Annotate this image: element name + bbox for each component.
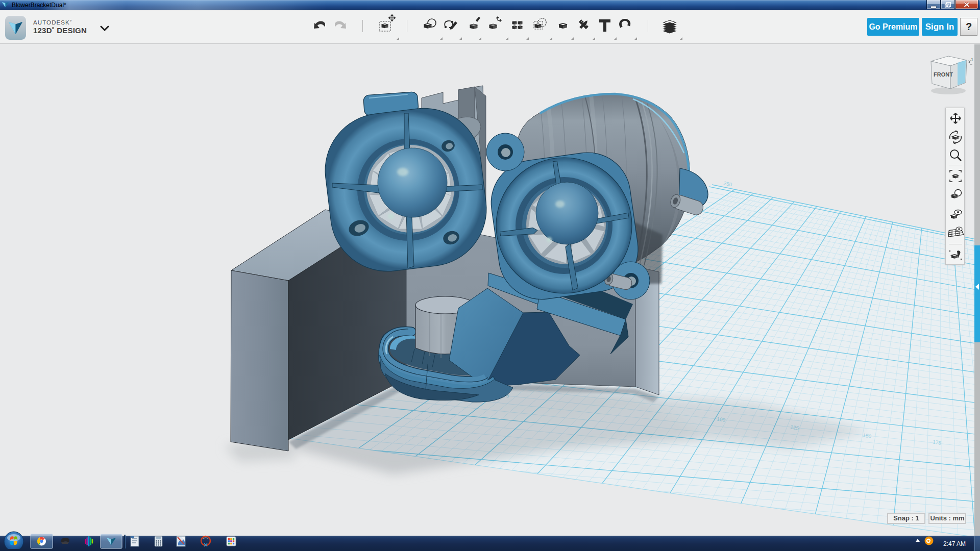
svg-text:FRONT: FRONT [934,71,953,78]
svg-text:250: 250 [723,180,733,187]
svg-text:1: 1 [971,57,973,62]
